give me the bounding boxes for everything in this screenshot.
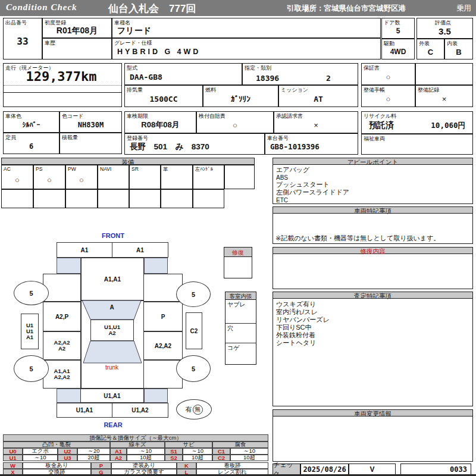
registration-number-value: 長野 501 み 8370 [125,139,264,154]
equipment-value [161,171,192,189]
body-color-value: ｼﾙﾊﾞｰ [4,117,59,132]
equipment-empty-cell [161,189,193,208]
vehicle-notes-panel: 車両特記事項 ※記載のない書類・機器等は無しとして取り扱います。 [273,206,473,244]
equipment-empty-cell [129,189,161,208]
equipment-empty-cell [33,189,65,208]
legend-code: K [177,462,196,469]
score-box: 評価点 3.5 [416,18,473,39]
appeal-line: 左側パワースライドドア [276,189,349,196]
legend-code: W [3,462,23,469]
recycle-fee-value: 10,060円 [431,121,465,131]
cabin-interior-row-hole: 穴 [226,324,256,343]
legend-group-rust: サビ [165,441,212,448]
jibaiseki-box: 検付自賠責 ○ [196,111,274,133]
header-bar: Condition Check 仙台入札会 777回 引取場所：宮城県仙台市宮城… [0,0,476,16]
equipment-cell-ac: AC ○ [1,165,33,189]
equipment-empty-cell [98,189,129,208]
appeal-line: ETC [276,196,288,204]
diagram-rear-label: REAR [95,421,131,428]
cabin-interior-title: 客室内張 [225,292,256,300]
diagram-wheel-front-left: 5 [14,281,49,305]
appeal-line: プッシュスタート [276,181,330,189]
legend-size: 10超 [127,455,165,461]
color-code-value: NH830M [60,117,121,132]
equipment-empty-cell [193,189,224,208]
vehicle-notes-disclaimer: ※記載のない書類・機器等は無しとして取り扱います。 [275,234,440,242]
repair-details-title: 修復内容 [273,247,473,254]
assessment-line: リヤバンパーズレ [276,316,330,324]
equipment-cell-pw: PW ○ [65,165,98,189]
lot-number-box: 出品番号 33 [3,18,42,60]
diagram-right-slide-door: A2,A2 [143,331,183,360]
pickup-location: 引取場所：宮城県仙台市宮城野区港 [287,4,406,14]
condition-check-sheet: Condition Check 仙台入札会 777回 引取場所：宮城県仙台市宮城… [0,0,476,476]
diagram-wheel-front-right: 5 [176,281,211,307]
recycle-fee-label: リサイクル料 [364,112,396,120]
body-color-box: 車体色 ｼﾙﾊﾞｰ [3,111,60,133]
legend-code: U0 [3,448,23,455]
interior-grade-value: B [445,45,472,59]
approval-value: × [274,117,358,133]
equipment-value [130,171,160,189]
service-book-value: ○ [362,91,415,107]
legend-code: U3 [58,455,77,461]
chassis-number-value: GB8-1019396 [265,139,358,154]
assessment-line: 下回りSC中 [276,324,312,331]
diagram-roof: U1,U1 A2 [90,320,134,341]
diagram-wheel-rear-right: 5 [176,355,211,382]
fuel-value: ｶﾞｿﾘﾝ [203,91,278,107]
cabin-interior-row-burn: コゲ [226,343,256,365]
model-name-box: 車種名 フリード [112,18,381,38]
warranty-value: ○ [362,69,415,84]
equipment-value [98,171,129,189]
mileage-box: 走行（現メーター） 129,377km [3,63,122,107]
appeal-points-panel: アピールポイント エアバッグ ABS プッシュスタート 左側パワースライドドア … [273,158,473,204]
diagram-rear-bumper-left: U1,A1 [57,403,112,418]
inspection-box: 車検期限 R08年08月 [124,111,196,133]
exterior-grade-box: 外装 C [416,39,444,60]
change-info-panel: 車両変更情報 [273,409,473,462]
equipment-value: ○ [2,171,33,189]
equipment-cell-lhd: 左ﾊﾝﾄﾞﾙ [193,165,224,189]
legend-group-scratch: 線キズ [110,441,165,448]
doors-box: ドア数 5 [381,18,415,39]
interior-grade-box: 内装 B [444,39,473,60]
diagram-left-sill: U1 U1 A1 [21,314,39,349]
approval-box: 承認請求書 × [274,111,358,133]
equipment-cell-leather: 革 [161,165,193,189]
recycle-fee-box: リサイクル料 預託済 10,060円 [361,111,473,134]
grade-box: グレード・仕様 HYBRID G 4WD [112,38,381,60]
diagram-right-sill: C2 [186,312,202,349]
check-date-cell: 2025/08/26 [300,464,349,475]
equipment-cell-ps: PS ○ [33,165,65,189]
assessment-line: ウスキズ有り [276,300,316,308]
capacity-value: 6 [4,139,59,154]
score-value: 3.5 [417,24,472,38]
mileage-divider-dotted [4,85,121,86]
repair-mark-title: 修復 [224,247,252,257]
diagram-rear-gate: U1,A1 [80,389,144,403]
class-sub-number: 2 [326,74,331,83]
class-number: 18396 [256,74,279,83]
check-inspector-cell: V [349,464,396,475]
repair-history-no-circled: 無 [193,405,203,415]
mileage-value: 129,377km [4,69,119,84]
equipment-value [193,171,224,189]
equipment-value: ○ [66,171,97,189]
equipment-cell-navi: NAVI [98,165,129,189]
diagram-left-front-door: A2,P [43,302,81,331]
legend-code: A1 [110,448,127,455]
inspection-value: R08年08月 [125,117,196,133]
cabin-interior-box: 客室内張 ヤブレ 穴 コゲ [225,292,256,365]
mileage-divider-solid [4,92,121,93]
legend-code: U1 [3,455,23,461]
drive-value: 4WD [382,45,414,59]
legend-code: S2 [165,455,183,461]
payload-label: 積載量 [62,134,78,142]
appeal-line: エアバッグ [276,166,309,174]
doors-value: 5 [382,24,414,38]
diagram-rear-corner-left [57,389,81,403]
diagram-left-quarter: A1,A1 A2,A2 [43,360,81,389]
service-book-box: 整備手帳 ○ [361,85,415,107]
welfare-vehicle-label: 福祉車両 [364,135,385,143]
